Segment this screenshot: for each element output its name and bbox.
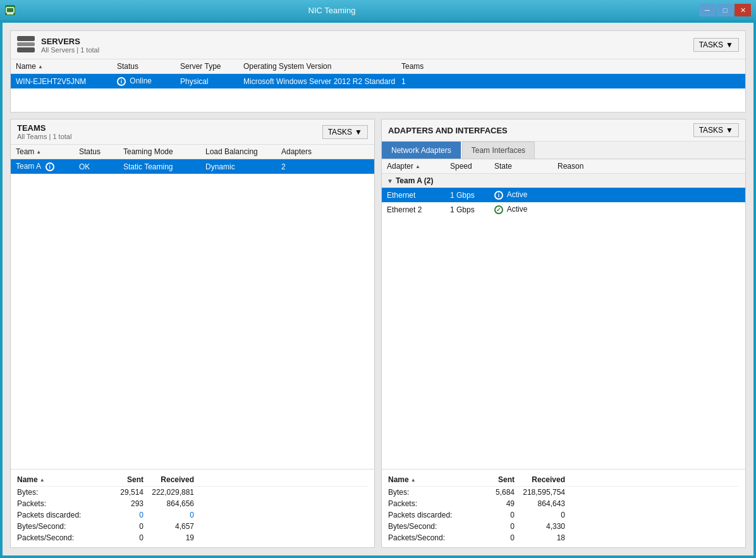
stats-name-sort: ▲ xyxy=(40,477,45,483)
servers-tasks-arrow: ▼ xyxy=(726,40,733,49)
servers-header-left: SERVERS All Servers | 1 total xyxy=(17,36,99,54)
adapters-stats-row-3: Bytes/Second: 0 4,330 xyxy=(388,521,739,532)
servers-col-os: Operating System Version xyxy=(243,62,401,71)
teams-title: TEAMS xyxy=(17,123,71,133)
servers-panel: SERVERS All Servers | 1 total TASKS ▼ Na… xyxy=(10,30,746,112)
server-type: Physical xyxy=(180,77,243,86)
adapters-tasks-button[interactable]: TASKS ▼ xyxy=(693,123,739,137)
app-icon xyxy=(5,5,15,15)
adapters-tasks-label: TASKS xyxy=(699,126,723,135)
servers-tasks-button[interactable]: TASKS ▼ xyxy=(693,38,739,52)
tab-network-adapters[interactable]: Network Adapters xyxy=(382,142,461,159)
adapters-title: ADAPTERS AND INTERFACES xyxy=(388,126,508,135)
adapters-table-header: Adapter ▲ Speed State Reason xyxy=(382,159,745,174)
bottom-panels: TEAMS All Teams | 1 total TASKS ▼ Team ▲ xyxy=(10,119,746,548)
teams-list: Team A i OK Static Teaming Dynamic 2 xyxy=(11,159,374,469)
servers-title-block: SERVERS All Servers | 1 total xyxy=(41,37,99,54)
servers-tasks-label: TASKS xyxy=(699,40,723,49)
adapters-panel: ADAPTERS AND INTERFACES TASKS ▼ Network … xyxy=(381,119,746,548)
teams-col-status: Status xyxy=(79,147,123,156)
name-sort-icon: ▲ xyxy=(38,64,43,70)
adapter-speed-0: 1 Gbps xyxy=(450,191,494,200)
svg-rect-0 xyxy=(6,8,14,13)
teams-subtitle: All Teams | 1 total xyxy=(17,133,71,140)
adapters-content: Adapter ▲ Speed State Reason xyxy=(382,159,745,469)
adapter-state-0: i Active xyxy=(494,190,558,200)
teams-tasks-button[interactable]: TASKS ▼ xyxy=(322,125,368,139)
team-status-icon: i xyxy=(46,162,54,171)
adapter-speed-1: 1 Gbps xyxy=(450,205,494,214)
teams-stats-row-3: Bytes/Second: 0 4,657 xyxy=(17,521,368,532)
team-lb: Dynamic xyxy=(205,162,281,171)
adapter-name-1: Ethernet 2 xyxy=(387,205,450,214)
adapter-state-1: ✓ Active xyxy=(494,205,558,214)
adapters-stats-col-sent: Sent xyxy=(477,475,515,484)
server-teams: 1 xyxy=(401,77,452,86)
adapters-stats-row-2: Packets discarded: 0 0 xyxy=(388,509,739,521)
servers-col-teams: Teams xyxy=(401,62,452,71)
teams-section-header: TEAMS All Teams | 1 total TASKS ▼ xyxy=(11,119,374,145)
stats-col-name: Name ▲ xyxy=(17,475,106,484)
teams-stats-panel: Name ▲ Sent Received Bytes: 29,514 222,0… xyxy=(11,469,374,547)
adapters-col-adapter: Adapter ▲ xyxy=(387,162,450,171)
teams-stats-header: Name ▲ Sent Received xyxy=(17,473,368,487)
adapters-col-reason: Reason xyxy=(558,162,633,171)
team-adapters: 2 xyxy=(281,162,319,171)
teams-col-team: Team ▲ xyxy=(16,147,79,156)
servers-table-header: Name ▲ Status Server Type Operating Syst… xyxy=(11,59,745,74)
teams-tasks-arrow: ▼ xyxy=(355,128,362,136)
adapters-section-header: ADAPTERS AND INTERFACES TASKS ▼ xyxy=(382,119,745,142)
adapters-stats-row-4: Packets/Second: 0 18 xyxy=(388,532,739,543)
teams-col-lb: Load Balancing xyxy=(205,147,281,156)
adapter-name-0: Ethernet xyxy=(387,191,450,200)
adapter-row-0[interactable]: Ethernet 1 Gbps i Active xyxy=(382,188,745,202)
teams-stats-row-0: Bytes: 29,514 222,029,881 xyxy=(17,487,368,498)
window-title: NIC Teaming xyxy=(15,6,649,15)
server-row[interactable]: WIN-EJEHT2V5JNM i Online Physical Micros… xyxy=(11,74,745,88)
adapters-stats-panel: Name ▲ Sent Received Bytes: 5,684 218,59… xyxy=(382,469,745,547)
servers-title: SERVERS xyxy=(41,37,99,46)
teams-panel: TEAMS All Teams | 1 total TASKS ▼ Team ▲ xyxy=(10,119,375,548)
titlebar: NIC Teaming ─ □ ✕ xyxy=(0,0,756,20)
adapters-stats-row-0: Bytes: 5,684 218,595,754 xyxy=(388,487,739,498)
main-window: NIC Teaming ─ □ ✕ SERVERS All Servers | xyxy=(0,0,756,558)
server-name: WIN-EJEHT2V5JNM xyxy=(16,77,117,86)
adapters-stats-row-1: Packets: 49 864,643 xyxy=(388,498,739,509)
adapters-title-block: ADAPTERS AND INTERFACES xyxy=(388,126,508,135)
servers-body: WIN-EJEHT2V5JNM i Online Physical Micros… xyxy=(11,74,745,112)
server-os: Microsoft Windows Server 2012 R2 Standar… xyxy=(243,77,401,86)
adapters-group-label: Team A (2) xyxy=(396,176,434,185)
servers-col-status: Status xyxy=(117,62,180,71)
window-controls: ─ □ ✕ xyxy=(699,4,751,16)
adapters-stats-col-name: Name ▲ xyxy=(388,475,477,484)
teams-stats-row-1: Packets: 293 864,656 xyxy=(17,498,368,509)
team-name: Team A i xyxy=(16,162,79,171)
adapters-stats-name-sort: ▲ xyxy=(411,477,416,483)
stats-col-received: Received xyxy=(143,475,194,484)
server-status: i Online xyxy=(117,76,180,86)
server-status-icon: i xyxy=(117,77,126,86)
maximize-button[interactable]: □ xyxy=(717,4,733,16)
adapter-status-icon-0: i xyxy=(494,191,503,200)
adapters-group-row: ▼ Team A (2) xyxy=(382,174,745,188)
adapters-tab-bar: Network Adapters Team Interfaces xyxy=(382,142,745,159)
adapter-row-1[interactable]: Ethernet 2 1 Gbps ✓ Active xyxy=(382,202,745,217)
servers-col-name: Name ▲ xyxy=(16,62,117,71)
servers-subtitle: All Servers | 1 total xyxy=(41,46,99,54)
team-mode: Static Teaming xyxy=(123,162,205,171)
close-button[interactable]: ✕ xyxy=(735,4,751,16)
adapter-sort-icon: ▲ xyxy=(415,164,420,169)
teams-stats-row-4: Packets/Second: 0 19 xyxy=(17,532,368,543)
servers-icon xyxy=(17,36,35,54)
team-sort-icon: ▲ xyxy=(36,149,41,155)
teams-stats-row-2: Packets discarded: 0 0 xyxy=(17,509,368,521)
minimize-button[interactable]: ─ xyxy=(699,4,716,16)
team-row[interactable]: Team A i OK Static Teaming Dynamic 2 xyxy=(11,159,374,174)
tab-team-interfaces[interactable]: Team Interfaces xyxy=(462,142,535,159)
adapters-tasks-arrow: ▼ xyxy=(726,126,733,135)
adapters-col-state: State xyxy=(494,162,558,171)
adapters-stats-col-received: Received xyxy=(515,475,565,484)
adapter-status-icon-1: ✓ xyxy=(494,205,503,214)
teams-table-header: Team ▲ Status Teaming Mode Load Balancin… xyxy=(11,145,374,159)
main-content: SERVERS All Servers | 1 total TASKS ▼ Na… xyxy=(3,23,753,555)
